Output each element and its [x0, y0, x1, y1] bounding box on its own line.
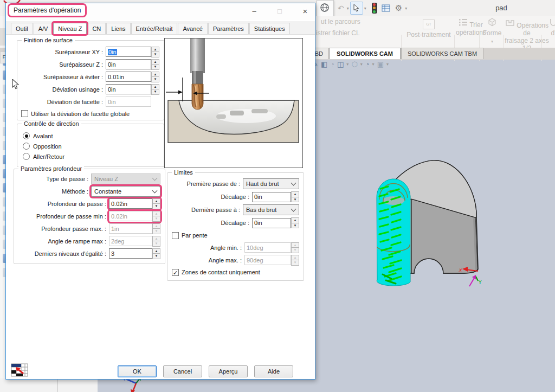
display-style-icon[interactable]: ◔ — [330, 60, 334, 68]
tab-av[interactable]: A/V — [34, 23, 53, 34]
tab-niveau-z[interactable]: Niveau Z — [53, 23, 87, 34]
group-title: Finition de surface — [22, 37, 75, 43]
tab-statistiques[interactable]: Statistiques — [249, 23, 290, 34]
spin-down-icon[interactable]: ▼ — [151, 65, 159, 70]
aide-button[interactable]: Aide — [254, 365, 293, 377]
aller-retour-radio[interactable] — [23, 153, 30, 160]
dropdown-caret-icon[interactable]: ▾ — [347, 6, 349, 11]
zones-contact-checkbox[interactable]: ✓ — [172, 269, 179, 276]
surepaisseur-z-input[interactable]: 0in — [106, 59, 151, 69]
avalant-radio[interactable] — [23, 132, 30, 139]
traffic-light-icon[interactable] — [372, 3, 377, 14]
spinner[interactable]: ▲▼ — [291, 191, 299, 202]
decalage-haut-input[interactable]: 0in — [252, 192, 291, 202]
evaluate-table-icon[interactable] — [382, 4, 390, 12]
forme-button[interactable]: Forme ▾ — [480, 17, 504, 46]
angle-rampe-max-input: 2deg — [109, 236, 152, 246]
pointer-icon[interactable] — [350, 2, 363, 15]
apercu-button[interactable]: Aperçu — [209, 365, 248, 377]
premiere-passe-select[interactable]: Haut du brut — [243, 178, 299, 189]
spin-down-icon[interactable]: ▼ — [291, 197, 299, 203]
shape-cube-icon — [487, 17, 497, 27]
tab-liens[interactable]: Liens — [106, 23, 130, 34]
minimize-icon[interactable]: – — [244, 3, 264, 20]
spinner[interactable]: ▲▼ — [151, 72, 159, 82]
appearance-icon[interactable]: ◫ — [337, 60, 344, 68]
facette-globale-checkbox[interactable] — [21, 110, 28, 117]
post-traitement-button[interactable]: GT Post-traitement — [404, 20, 454, 38]
deviation-usinage-input[interactable]: 0in — [106, 84, 151, 94]
spin-down-icon[interactable]: ▼ — [291, 223, 299, 229]
hide-show-icon[interactable]: ◔ — [365, 60, 370, 68]
field-row: Déviation de facette : 0in — [17, 95, 164, 108]
spinner: ▲▼ — [152, 223, 160, 234]
spin-up-icon[interactable]: ▲ — [151, 47, 159, 53]
tab-cn[interactable]: CN — [87, 23, 106, 34]
maximize-icon[interactable]: □ — [270, 3, 289, 20]
dialog-titlebar[interactable]: Paramètres d'opération – □ × — [6, 3, 315, 20]
close-icon[interactable]: × — [295, 3, 315, 20]
profondeur-de-passe-input[interactable]: 0.02in — [109, 198, 152, 209]
tab-solidworks-cam-tbm[interactable]: SOLIDWORKS CAM TBM — [401, 48, 483, 59]
dropdown-caret-icon[interactable]: ▾ — [386, 62, 389, 67]
tab-outil[interactable]: Outil — [11, 23, 33, 34]
spinner[interactable]: ▲▼ — [151, 59, 159, 70]
derniere-passe-select[interactable]: Bas du brut — [243, 204, 299, 215]
spin-up-icon[interactable]: ▲ — [291, 217, 299, 223]
spinner[interactable]: ▲▼ — [152, 248, 160, 259]
spin-down-icon[interactable]: ▼ — [151, 77, 159, 82]
table-preview-icon[interactable] — [10, 363, 30, 378]
dialog-tabstrip: Outil A/V Niveau Z CN Liens Entrée/Retra… — [6, 21, 315, 35]
ok-button[interactable]: OK — [118, 365, 157, 377]
dropdown-caret-icon[interactable]: ▾ — [372, 62, 375, 67]
tab-entree-retrait[interactable]: Entrée/Retrait — [131, 23, 178, 34]
tab-avance[interactable]: Avancé — [178, 23, 208, 34]
dropdown-caret-icon[interactable]: ▾ — [346, 62, 349, 67]
methode-select[interactable]: Constante — [91, 186, 160, 197]
spin-down-icon[interactable]: ▼ — [152, 254, 160, 259]
spin-up-icon[interactable]: ▲ — [152, 198, 160, 204]
dropdown-caret-icon[interactable]: ▾ — [360, 62, 363, 67]
view-orientation-icon[interactable]: ⬡ — [351, 60, 357, 68]
globe-icon[interactable] — [320, 3, 330, 12]
spin-up-icon[interactable]: ▲ — [152, 248, 160, 254]
spin-down-icon[interactable]: ▼ — [151, 89, 159, 95]
gear-icon[interactable]: ⚙ — [395, 3, 402, 13]
spin-up-icon[interactable]: ▲ — [151, 72, 159, 78]
decalage-bas-input[interactable]: 0in — [252, 218, 291, 228]
field-label: Méthode : — [14, 188, 91, 195]
spin-up-icon: ▲ — [291, 255, 299, 261]
cancel-button[interactable]: Cancel — [163, 365, 202, 377]
group-title: Contrôle de direction — [22, 120, 81, 127]
spinner[interactable]: ▲▼ — [151, 47, 159, 57]
section-view-icon[interactable]: ◧ — [321, 60, 327, 68]
field-row: Type de passe : Niveau Z — [14, 172, 165, 185]
dropdown-caret-icon[interactable]: ▾ — [364, 6, 366, 11]
spin-up-icon[interactable]: ▲ — [151, 59, 159, 65]
model-3d[interactable]: x Y — [358, 146, 520, 298]
par-pente-checkbox[interactable] — [172, 232, 179, 239]
field-row: Profondeur passe max. : 1in ▲▼ — [14, 222, 165, 235]
deviation-facette-input: 0in — [106, 97, 151, 107]
spin-down-icon[interactable]: ▼ — [152, 204, 160, 209]
spin-down-icon[interactable]: ▼ — [151, 52, 159, 57]
opposition-radio[interactable] — [23, 143, 30, 150]
field-row: Angle min. : 10deg ▲▼ — [167, 241, 304, 254]
tab-parametres[interactable]: Paramètres — [208, 23, 249, 34]
undo-icon[interactable]: ↶ — [338, 4, 344, 12]
dropdown-caret-icon[interactable]: ▾ — [405, 6, 407, 11]
operation-usinage-button[interactable]: Opérati d'usinage — [543, 18, 555, 37]
surepaisseur-xy-input[interactable]: 0in — [106, 47, 151, 57]
derniers-niveaux-input[interactable]: 3 — [109, 248, 152, 259]
screen-icon[interactable]: ▣ — [377, 60, 384, 68]
spin-up-icon: ▲ — [291, 242, 299, 248]
spin-up-icon[interactable]: ▲ — [151, 84, 159, 90]
spinner[interactable]: ▲▼ — [151, 84, 159, 95]
field-label: Première passe de : — [167, 181, 243, 187]
field-row: Première passe de : Haut du brut — [167, 177, 304, 190]
spinner[interactable]: ▲▼ — [152, 198, 160, 209]
spin-up-icon[interactable]: ▲ — [291, 191, 299, 197]
spinner[interactable]: ▲▼ — [291, 217, 299, 228]
tab-solidworks-cam[interactable]: SOLIDWORKS CAM — [329, 48, 401, 59]
surepaisseur-eviter-input[interactable]: 0.01in — [106, 72, 151, 82]
